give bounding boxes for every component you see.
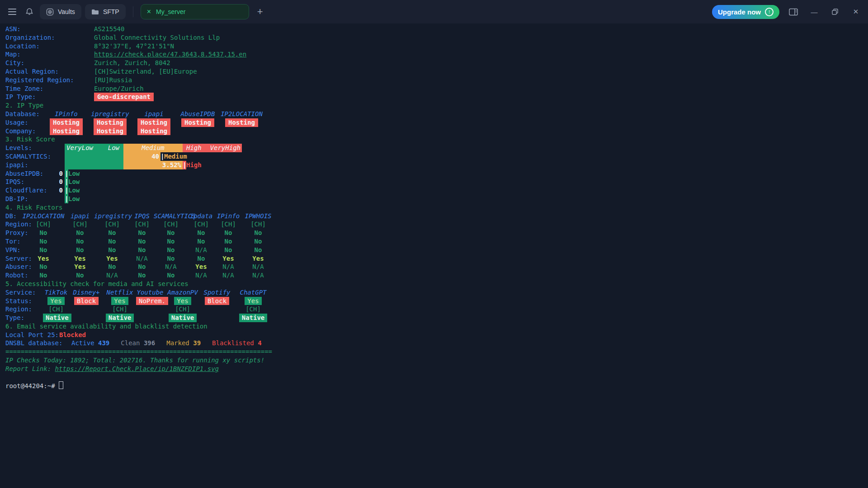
table-cell: [CH] bbox=[242, 220, 274, 229]
terminal-line: DB-IP:|Low bbox=[5, 195, 868, 203]
terminal-line: DB:IP2LOCATIONipapiipregistryIPQSSCAMALY… bbox=[5, 212, 868, 221]
status-badge: Block bbox=[205, 297, 229, 305]
terminal-line: Location:8°32'37"E, 47°21'51"N bbox=[5, 42, 868, 51]
report-link[interactable]: https://Report.Check.Place/ip/1BNZFDIP1.… bbox=[55, 365, 219, 372]
db-header: ipregistry bbox=[94, 212, 130, 221]
terminal-line: City:Zurich, Zurich, 8042 bbox=[5, 59, 868, 67]
field-label: Registered Region: bbox=[5, 76, 94, 84]
table-cell: [CH] bbox=[188, 220, 214, 229]
row-label: Tor: bbox=[5, 237, 21, 246]
company-badge: Hosting bbox=[50, 127, 83, 136]
type-badge: Native bbox=[43, 314, 71, 322]
field-label: Actual Region: bbox=[5, 67, 94, 76]
tab-my-server[interactable]: × My_server bbox=[141, 4, 249, 19]
table-cell: [CH] bbox=[94, 220, 130, 229]
db-header: IP2LOCATION bbox=[21, 212, 66, 221]
sftp-button[interactable]: SFTP bbox=[85, 4, 126, 19]
terminal-line: SCAMALYTICS:40|Medium bbox=[5, 152, 868, 161]
score-marker: | bbox=[65, 178, 68, 186]
type-badge: Native bbox=[106, 314, 134, 322]
score-level: Medium bbox=[164, 153, 187, 160]
field-label: AbuseIPDB:0 bbox=[5, 169, 65, 178]
close-button[interactable]: ✕ bbox=[849, 4, 863, 19]
level-label: VeryLow bbox=[66, 144, 93, 152]
score-level: Low bbox=[68, 170, 80, 177]
spacer bbox=[5, 373, 868, 382]
terminal[interactable]: ASN:AS215540 Organization:Global Connect… bbox=[0, 23, 868, 488]
usage-badge: Hosting bbox=[137, 118, 170, 127]
row-label: Abuser: bbox=[5, 263, 21, 271]
status-badge: Yes bbox=[111, 297, 128, 305]
terminal-cursor[interactable] bbox=[59, 381, 63, 389]
upgrade-button[interactable]: Upgrade now ↑ bbox=[712, 5, 779, 19]
section-title: 2. IP Type bbox=[5, 101, 868, 110]
new-tab-button[interactable]: + bbox=[257, 6, 263, 18]
table-cell: No bbox=[21, 246, 66, 254]
db-header: IPWHOIS bbox=[242, 212, 274, 221]
table-cell: N/A bbox=[242, 263, 274, 271]
company-badge: Hosting bbox=[94, 127, 127, 136]
score-bar-orange: 3.52% bbox=[123, 161, 183, 169]
minimize-button[interactable]: — bbox=[807, 4, 821, 19]
score-level: Low bbox=[68, 195, 80, 202]
row-label: Proxy: bbox=[5, 229, 21, 237]
db-header: AbuseIPDB bbox=[176, 110, 220, 118]
sidebar-toggle-button[interactable] bbox=[787, 4, 800, 19]
service-header: TikTok bbox=[43, 288, 69, 297]
table-cell: [CH] bbox=[154, 220, 188, 229]
service-header: Spotify bbox=[201, 288, 233, 297]
panel-icon bbox=[789, 8, 798, 16]
map-link[interactable]: https://check.place/47.3643,8.5437,15,en bbox=[94, 51, 246, 58]
vaults-label: Vaults bbox=[58, 8, 75, 15]
table-cell: No bbox=[66, 237, 94, 246]
titlebar-left: Vaults SFTP × My_server + bbox=[5, 4, 263, 19]
table-cell: No bbox=[130, 271, 154, 280]
usage-badge: Hosting bbox=[225, 118, 258, 127]
terminal-line: Cloudflare:0|Low bbox=[5, 186, 868, 195]
db-header: SCAMALYTICS bbox=[154, 212, 188, 221]
row-label: Region: bbox=[5, 220, 21, 229]
vaults-button[interactable]: Vaults bbox=[40, 4, 81, 19]
notifications-button[interactable] bbox=[23, 4, 36, 19]
table-cell: Yes bbox=[66, 263, 94, 271]
table-cell: No bbox=[21, 271, 66, 280]
levels-bar-red: HighVeryHigh bbox=[183, 144, 242, 152]
terminal-line: Service:TikTokDisney+NetflixYoutubeAmazo… bbox=[5, 288, 868, 297]
table-cell: No bbox=[94, 263, 130, 271]
section-title: 5. Accessibility check for media and AI … bbox=[5, 280, 868, 288]
terminal-line: Local Port 25:Blocked bbox=[5, 331, 868, 339]
table-cell: No bbox=[214, 229, 242, 237]
checks-line: IP Checks Today: 1892; Total: 202716. Th… bbox=[5, 356, 868, 365]
service-header: Netflix bbox=[104, 288, 136, 297]
table-cell: N/A bbox=[130, 254, 154, 263]
status-badge: NoPrem. bbox=[136, 297, 168, 305]
status-badge: Yes bbox=[174, 297, 191, 305]
titlebar-right: Upgrade now ↑ — ✕ bbox=[712, 4, 863, 19]
close-tab-icon[interactable]: × bbox=[147, 8, 151, 15]
db-header: IP2LOCATION bbox=[220, 110, 264, 118]
table-cell: N/A bbox=[242, 271, 274, 280]
db-header: IPinfo bbox=[214, 212, 242, 221]
score-label: Cloudflare: bbox=[5, 186, 47, 195]
usage-badge: Hosting bbox=[50, 118, 83, 127]
table-cell: N/A bbox=[188, 246, 214, 254]
table-cell: [CH] bbox=[66, 220, 94, 229]
table-cell: No bbox=[154, 237, 188, 246]
table-cell: N/A bbox=[94, 271, 130, 280]
maximize-button[interactable] bbox=[828, 4, 842, 19]
field-label: DB-IP: bbox=[5, 195, 65, 203]
type-badge: Native bbox=[239, 314, 268, 322]
field-label: DNSBL database: bbox=[5, 339, 71, 347]
field-label: DB: bbox=[5, 212, 21, 221]
report-line: Report Link: https://Report.Check.Place/… bbox=[5, 365, 868, 373]
score-label: AbuseIPDB: bbox=[5, 169, 43, 178]
dnsbl-marked: Marked 39 bbox=[166, 339, 201, 347]
field-label: Company: bbox=[5, 127, 44, 136]
table-cell: No bbox=[21, 237, 66, 246]
folder-icon bbox=[91, 9, 99, 15]
menu-button[interactable] bbox=[5, 4, 19, 19]
tab-title: My_server bbox=[156, 8, 185, 15]
field-label: Database: bbox=[5, 110, 44, 118]
level-label: Low bbox=[108, 144, 119, 152]
table-cell: No bbox=[66, 246, 94, 254]
